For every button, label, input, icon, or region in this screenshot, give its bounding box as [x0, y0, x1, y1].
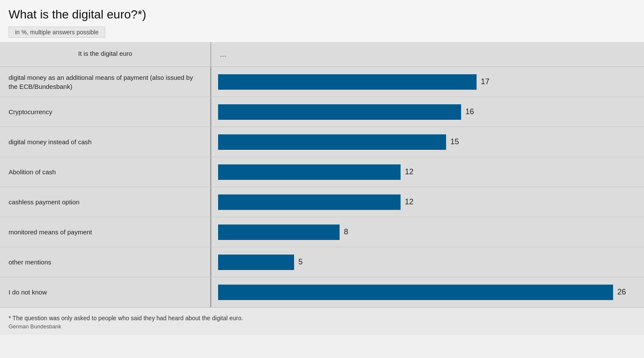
row-bar-cell: 16 [211, 99, 644, 125]
column-headers: It is the digital euro ... [0, 42, 644, 67]
bar-container: 5 [218, 255, 637, 270]
row-label-cell: other mentions [0, 252, 210, 272]
bar-value: 5 [298, 258, 303, 267]
row-label-cell: digital money as an additional means of … [0, 68, 210, 96]
chart-row: other mentions5 [0, 247, 644, 277]
bar-container: 12 [218, 164, 637, 180]
bar-container: 17 [218, 74, 637, 90]
bar [218, 225, 340, 240]
bar-value: 15 [450, 137, 459, 146]
footnote-text: * The question was only asked to people … [9, 315, 635, 322]
bar-value: 16 [465, 107, 474, 116]
row-label-cell: digital money instead of cash [0, 132, 210, 152]
bar-container: 16 [218, 104, 637, 120]
chart-row: monitored means of payment8 [0, 217, 644, 247]
bar-value: 8 [344, 228, 348, 237]
row-label-cell: Abolition of cash [0, 162, 210, 182]
bar-value: 12 [405, 167, 413, 176]
chart-area: It is the digital euro ... digital money… [0, 42, 644, 307]
bar [218, 134, 446, 150]
source-text: German Bundesbank [9, 323, 635, 330]
bar [218, 74, 477, 90]
chart-row: Abolition of cash12 [0, 157, 644, 187]
bar [218, 104, 461, 120]
col-bar-header: ... [211, 42, 644, 67]
chart-row: cashless payment option12 [0, 187, 644, 217]
row-bar-cell: 17 [211, 69, 644, 95]
bar [218, 255, 294, 270]
header-section: What is the digital euro?*) in %, multip… [0, 0, 644, 42]
chart-row: I do not know26 [0, 277, 644, 307]
row-bar-cell: 26 [211, 279, 644, 305]
bar-value: 17 [481, 77, 489, 86]
bar [218, 164, 401, 180]
bar-container: 12 [218, 194, 637, 210]
bar [218, 285, 613, 300]
bar-value: 26 [617, 288, 626, 297]
row-bar-cell: 5 [211, 249, 644, 275]
row-label-cell: Cryptocurrency [0, 102, 210, 121]
page-wrapper: What is the digital euro?*) in %, multip… [0, 0, 644, 358]
row-bar-cell: 12 [211, 189, 644, 215]
chart-row: Cryptocurrency16 [0, 97, 644, 127]
footer-section: * The question was only asked to people … [0, 307, 644, 335]
row-bar-cell: 8 [211, 219, 644, 245]
row-label-cell: monitored means of payment [0, 222, 210, 242]
col-label-header: It is the digital euro [0, 42, 210, 67]
row-label-cell: cashless payment option [0, 192, 210, 212]
subtitle-badge: in %, multiple answers possible [9, 27, 105, 38]
chart-row: digital money as an additional means of … [0, 67, 644, 97]
bar-container: 8 [218, 225, 637, 240]
bar-container: 15 [218, 134, 637, 150]
chart-row: digital money instead of cash15 [0, 127, 644, 157]
row-label-cell: I do not know [0, 282, 210, 302]
bar-value: 12 [405, 197, 413, 206]
bar [218, 194, 401, 210]
row-bar-cell: 12 [211, 159, 644, 185]
bar-container: 26 [218, 285, 637, 300]
chart-title: What is the digital euro?*) [9, 8, 635, 21]
chart-rows: digital money as an additional means of … [0, 67, 644, 307]
row-bar-cell: 15 [211, 129, 644, 155]
